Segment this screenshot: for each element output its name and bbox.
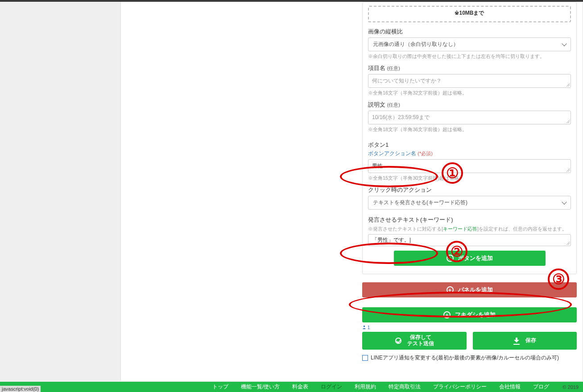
check-icon bbox=[395, 338, 401, 344]
chevron-down-icon bbox=[562, 41, 566, 46]
resize-handle-icon[interactable] bbox=[566, 168, 570, 172]
resize-handle-icon[interactable] bbox=[566, 83, 570, 87]
copyright: © 2019 bbox=[562, 384, 579, 390]
footer-link[interactable]: 料金表 bbox=[292, 383, 308, 391]
save-button[interactable]: 保存 bbox=[473, 332, 577, 350]
status-bar: javascript:void(0) bbox=[0, 386, 41, 392]
content-placeholder bbox=[120, 2, 357, 381]
settings-panel: ※10MBまで 画像の縦横比 元画像の通り（余白切り取りなし） ※余白切り取りの… bbox=[357, 2, 582, 381]
footer-link[interactable]: 会社情報 bbox=[499, 383, 521, 391]
plus-icon: + bbox=[447, 286, 454, 293]
speak-text-label: 発言させるテキスト(キーワード) bbox=[368, 216, 571, 224]
item-name-label: 項目名 (任意) bbox=[368, 64, 571, 72]
add-bubble-button[interactable]: + フキダシを追加 bbox=[362, 307, 577, 322]
resize-handle-icon[interactable] bbox=[566, 120, 570, 123]
footer-link[interactable]: トップ bbox=[212, 383, 228, 391]
plus-icon: + bbox=[443, 311, 451, 318]
action-name-help: ※全角15文字（半角30文字前後)超は省略。 bbox=[368, 175, 571, 182]
user-icon bbox=[362, 325, 366, 329]
description-help: ※全角18文字（半角36文字前後）超は省略。 bbox=[368, 126, 571, 133]
checkbox-icon[interactable] bbox=[362, 355, 368, 361]
footer-link-login[interactable]: ログイン bbox=[321, 383, 342, 391]
click-action-label: クリック時のアクション bbox=[368, 186, 571, 194]
plus-icon: + bbox=[447, 255, 454, 262]
panel-card: ※10MBまで 画像の縦横比 元画像の通り（余白切り取りなし） ※余白切り取りの… bbox=[362, 2, 577, 274]
line-notify-checkbox-row[interactable]: LINEアプリ通知を変更する(最初か最後の要素が画像/カルーセルの場合のみ可) bbox=[362, 354, 577, 362]
footer-link[interactable]: ブログ bbox=[533, 383, 549, 391]
click-action-select[interactable]: テキストを発言させる(キーワード応答) bbox=[368, 196, 571, 210]
description-input[interactable]: 10/16(水）23:59:59まで bbox=[368, 111, 571, 124]
resize-handle-icon[interactable] bbox=[566, 241, 570, 245]
item-name-help: ※全角16文字（半角32文字前後）超は省略。 bbox=[368, 90, 571, 96]
download-icon bbox=[513, 338, 520, 344]
keyword-link[interactable]: キーワード応答 bbox=[443, 226, 477, 231]
button1-title: ボタン1 bbox=[368, 141, 571, 149]
footer-nav: トップ 機能一覧/使い方 料金表 ログイン 利用規約 特定商取引法 プライバシー… bbox=[0, 382, 583, 392]
aspect-ratio-label: 画像の縦横比 bbox=[368, 28, 571, 36]
people-count: 1 bbox=[362, 325, 577, 330]
svg-point-0 bbox=[364, 326, 365, 327]
action-name-input[interactable]: 男性 bbox=[368, 159, 571, 173]
speak-text-input[interactable]: 「男性」です。| bbox=[368, 234, 571, 246]
upload-size-note: ※10MBまで bbox=[455, 10, 484, 16]
save-and-test-button[interactable]: 保存してテスト送信 bbox=[362, 332, 467, 350]
chevron-down-icon bbox=[562, 199, 566, 204]
description-label: 説明文 (任意) bbox=[368, 101, 571, 109]
aspect-ratio-select[interactable]: 元画像の通り（余白切り取りなし） bbox=[368, 37, 571, 51]
add-button-button[interactable]: + ボタンを追加 bbox=[394, 251, 546, 266]
add-panel-button[interactable]: + パネルを追加 bbox=[362, 282, 577, 297]
footer-link[interactable]: 特定商取引法 bbox=[389, 383, 421, 391]
action-name-label: ボタンアクション名 (*必須) bbox=[368, 150, 571, 157]
aspect-help: ※余白切り取りの際は中央寄せした後に上下または左右を均等に切り取ります。 bbox=[368, 53, 571, 60]
save-test-label: 保存してテスト送信 bbox=[407, 334, 434, 347]
speak-text-help: ※発言させたテキストに対応する[キーワード応答]を設定すれば、任意の内容を返せま… bbox=[368, 226, 571, 232]
footer-link[interactable]: 利用規約 bbox=[355, 383, 376, 391]
footer-link[interactable]: プライバシーポリシー bbox=[433, 383, 487, 391]
left-sidebar bbox=[0, 2, 120, 381]
item-name-input[interactable]: 何について知りたいですか？ bbox=[368, 74, 571, 88]
footer-link[interactable]: 機能一覧/使い方 bbox=[241, 383, 280, 391]
image-upload-zone[interactable]: ※10MBまで bbox=[368, 6, 571, 22]
